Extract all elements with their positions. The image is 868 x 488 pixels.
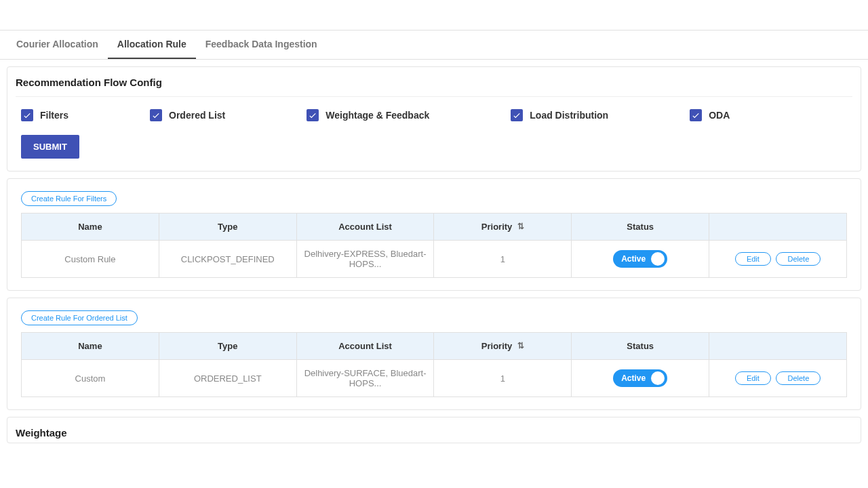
checkbox-label: Ordered List [169,110,225,121]
check-icon [21,109,33,121]
toggle-label: Active [621,373,646,383]
col-name: Name [22,333,159,360]
table-row: Custom Rule CLICKPOST_DEFINED Delhivery-… [22,241,847,278]
edit-button[interactable]: Edit [735,371,771,385]
col-priority-label: Priority [481,222,513,232]
submit-button[interactable]: SUBMIT [21,135,79,159]
weightage-title: Weightage [16,427,852,439]
sort-icon: ⇅ [517,341,524,350]
config-card: Recommendation Flow Config Filters Order… [7,66,861,171]
table-row: Custom ORDERED_LIST Delhivery-SURFACE, B… [22,360,847,397]
tab-allocation-rule[interactable]: Allocation Rule [108,30,196,59]
status-toggle[interactable]: Active [613,250,667,268]
col-priority-label: Priority [481,341,513,351]
toggle-knob [651,371,665,385]
checkbox-filters[interactable]: Filters [21,109,68,121]
weightage-card: Weightage [7,417,861,443]
col-account-list: Account List [296,333,434,360]
create-rule-filters-button[interactable]: Create Rule For Filters [21,191,117,206]
checkbox-label: ODA [709,110,730,121]
col-name: Name [22,214,159,241]
checkbox-load-distribution[interactable]: Load Distribution [511,109,608,121]
checkbox-oda[interactable]: ODA [690,109,730,121]
tab-feedback-data-ingestion[interactable]: Feedback Data Ingestion [196,30,327,59]
check-icon [150,109,162,121]
checkbox-weightage[interactable]: Weightage & Feedback [307,109,429,121]
tab-bar: Courier Allocation Allocation Rule Feedb… [0,30,868,60]
toggle-knob [651,252,665,266]
config-title: Recommendation Flow Config [16,77,852,97]
delete-button[interactable]: Delete [776,371,821,385]
create-rule-ordered-list-button[interactable]: Create Rule For Ordered List [21,310,138,325]
cell-name: Custom Rule [22,241,159,278]
cell-status: Active [572,360,709,397]
cell-name: Custom [22,360,159,397]
table-header-row: Name Type Account List Priority ⇅ Status [22,333,847,360]
check-icon [690,109,702,121]
col-type: Type [159,333,296,360]
col-account-list: Account List [296,214,434,241]
cell-priority: 1 [434,241,572,278]
cell-type: ORDERED_LIST [159,360,296,397]
col-type: Type [159,214,296,241]
cell-type: CLICKPOST_DEFINED [159,241,296,278]
checkbox-row: Filters Ordered List Weightage & Feedbac… [16,109,852,135]
ordered-list-card: Create Rule For Ordered List Name Type A… [7,298,861,410]
col-status: Status [572,214,709,241]
col-actions [709,214,847,241]
status-toggle[interactable]: Active [613,369,667,387]
tab-courier-allocation[interactable]: Courier Allocation [7,30,108,59]
filters-card: Create Rule For Filters Name Type Accoun… [7,178,861,291]
checkbox-label: Weightage & Feedback [326,110,429,121]
col-status: Status [572,333,709,360]
ordered-list-table: Name Type Account List Priority ⇅ Status… [21,332,847,397]
delete-button[interactable]: Delete [776,252,821,266]
toggle-label: Active [621,254,646,264]
checkbox-label: Filters [40,110,68,121]
edit-button[interactable]: Edit [735,252,771,266]
top-bar [0,0,868,30]
col-actions [709,333,847,360]
cell-actions: Edit Delete [709,360,847,397]
filters-table: Name Type Account List Priority ⇅ Status… [21,213,847,278]
cell-account-list: Delhivery-EXPRESS, Bluedart-HOPS... [296,241,434,278]
check-icon [307,109,319,121]
check-icon [511,109,523,121]
cell-status: Active [572,241,709,278]
checkbox-label: Load Distribution [530,110,608,121]
table-header-row: Name Type Account List Priority ⇅ Status [22,214,847,241]
cell-actions: Edit Delete [709,241,847,278]
col-priority[interactable]: Priority ⇅ [434,333,572,360]
col-priority[interactable]: Priority ⇅ [434,214,572,241]
cell-account-list: Delhivery-SURFACE, Bluedart-HOPS... [296,360,434,397]
cell-priority: 1 [434,360,572,397]
checkbox-ordered-list[interactable]: Ordered List [150,109,225,121]
sort-icon: ⇅ [517,222,524,231]
